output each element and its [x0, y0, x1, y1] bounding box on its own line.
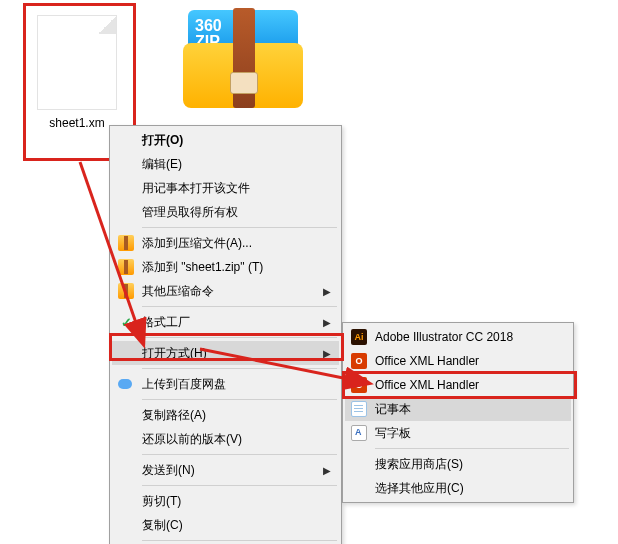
menu-restore-versions[interactable]: 还原以前的版本(V)	[112, 427, 339, 451]
separator	[142, 399, 337, 400]
menu-open-with-notepad[interactable]: 用记事本打开该文件	[112, 176, 339, 200]
submenu-arrow-icon: ▶	[323, 286, 331, 297]
context-menu: 打开(O) 编辑(E) 用记事本打开该文件 管理员取得所有权 添加到压缩文件(A…	[109, 125, 342, 544]
menu-other-compress[interactable]: 其他压缩命令▶	[112, 279, 339, 303]
submenu-ai[interactable]: AiAdobe Illustrator CC 2018	[345, 325, 571, 349]
separator	[375, 448, 569, 449]
separator	[142, 454, 337, 455]
menu-open[interactable]: 打开(O)	[112, 128, 339, 152]
menu-upload-baidu[interactable]: 上传到百度网盘	[112, 372, 339, 396]
zip-icon	[118, 235, 134, 251]
zip-icon	[118, 283, 134, 299]
separator	[142, 306, 337, 307]
wordpad-icon	[351, 425, 367, 441]
separator	[142, 227, 337, 228]
open-with-submenu: AiAdobe Illustrator CC 2018 OOffice XML …	[342, 322, 574, 503]
menu-open-with[interactable]: 打开方式(H)▶	[112, 341, 339, 365]
notepad-icon	[351, 401, 367, 417]
cloud-icon	[118, 379, 132, 389]
separator	[142, 368, 337, 369]
submenu-search-store[interactable]: 搜索应用商店(S)	[345, 452, 571, 476]
submenu-office-xml-1[interactable]: OOffice XML Handler	[345, 349, 571, 373]
menu-add-to-archive[interactable]: 添加到压缩文件(A)...	[112, 231, 339, 255]
submenu-arrow-icon: ▶	[323, 317, 331, 328]
office-xml-icon: O	[351, 377, 367, 393]
office-xml-icon: O	[351, 353, 367, 369]
separator	[142, 540, 337, 541]
ai-icon: Ai	[351, 329, 367, 345]
menu-cut[interactable]: 剪切(T)	[112, 489, 339, 513]
format-factory-icon: ✓	[118, 314, 134, 330]
zip-badge-line1: 360	[195, 18, 222, 34]
separator	[142, 337, 337, 338]
submenu-office-xml-2[interactable]: OOffice XML Handler	[345, 373, 571, 397]
menu-add-to-sheet-zip[interactable]: 添加到 "sheet1.zip" (T)	[112, 255, 339, 279]
zip-icon	[118, 259, 134, 275]
submenu-choose-other[interactable]: 选择其他应用(C)	[345, 476, 571, 500]
menu-copy[interactable]: 复制(C)	[112, 513, 339, 537]
file-item[interactable]: sheet1.xm	[27, 10, 127, 130]
submenu-arrow-icon: ▶	[323, 348, 331, 359]
zip-folder-icon: 360 ZIP	[183, 10, 303, 108]
submenu-notepad[interactable]: 记事本	[345, 397, 571, 421]
zip-folder-item[interactable]: 360 ZIP	[183, 10, 303, 108]
menu-edit[interactable]: 编辑(E)	[112, 152, 339, 176]
menu-copy-path[interactable]: 复制路径(A)	[112, 403, 339, 427]
menu-send-to[interactable]: 发送到(N)▶	[112, 458, 339, 482]
xml-file-icon	[37, 15, 117, 110]
submenu-wordpad[interactable]: 写字板	[345, 421, 571, 445]
submenu-arrow-icon: ▶	[323, 465, 331, 476]
menu-admin-ownership[interactable]: 管理员取得所有权	[112, 200, 339, 224]
separator	[142, 485, 337, 486]
menu-format-factory[interactable]: ✓格式工厂▶	[112, 310, 339, 334]
